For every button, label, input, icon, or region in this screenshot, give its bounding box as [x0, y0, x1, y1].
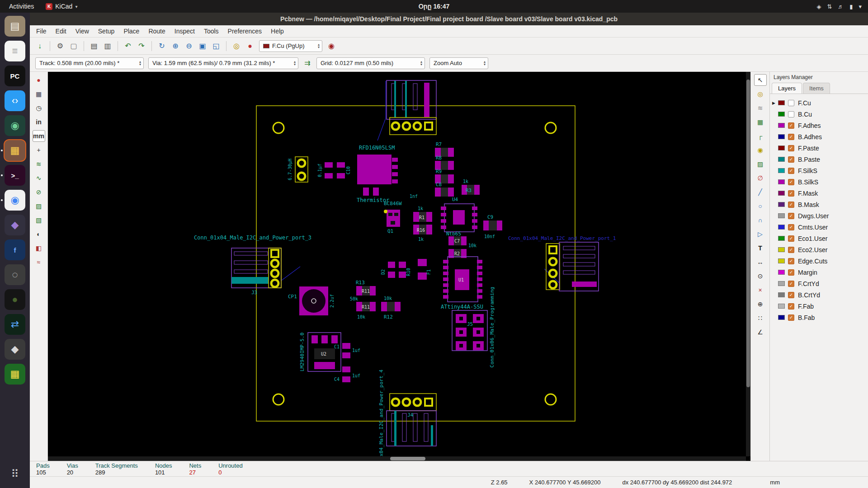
pcb-gate-resistors[interactable]: 1k R1 R16 1k — [413, 206, 432, 242]
horizontal-scrollbar-thumb[interactable] — [390, 457, 425, 460]
clock[interactable]: Օրը 16:47 — [419, 3, 449, 10]
menu-help[interactable]: Help — [266, 26, 288, 36]
layer-color-swatch[interactable] — [778, 100, 785, 105]
via-size-select[interactable]: Via: 1.59 mm (62.5 mils)/ 0.79 mm (31.2 … — [148, 57, 298, 69]
plot-icon[interactable]: ▥ — [101, 40, 114, 52]
add-arc-icon[interactable]: ∩ — [754, 214, 767, 226]
add-keepout-icon[interactable]: ∅ — [754, 172, 767, 184]
layer-visibility-checkbox[interactable]: ✓ — [788, 156, 794, 163]
print-icon[interactable]: ▤ — [88, 40, 100, 52]
layer-visibility-checkbox[interactable]: ✓ — [788, 122, 794, 129]
layer-visibility-checkbox[interactable]: ✓ — [788, 269, 794, 276]
layer-visibility-checkbox[interactable] — [788, 100, 794, 106]
layer-visibility-checkbox[interactable]: ✓ — [788, 303, 794, 310]
pcb-mosfet[interactable]: RFD16N05LSM Thermistor — [357, 145, 398, 203]
tab-items[interactable]: Items — [803, 83, 830, 94]
layer-selector[interactable]: F.Cu (PgUp) ▴▾ — [259, 40, 322, 52]
page-settings-icon[interactable]: ▢ — [67, 40, 80, 52]
layer-row-b-mask[interactable]: ✓B.Mask — [771, 199, 867, 210]
layer-visibility-checkbox[interactable]: ✓ — [788, 168, 794, 174]
layer-visibility-checkbox[interactable]: ✓ — [788, 134, 794, 140]
launcher-pcb-green[interactable]: ▦ — [5, 364, 25, 385]
pcb-cap-cp1[interactable]: CP1 2.2uf — [288, 286, 335, 315]
layer-row-f-paste[interactable]: ✓F.Paste — [771, 142, 867, 154]
layer-color-swatch[interactable] — [778, 202, 785, 207]
cursor-shape-icon[interactable]: + — [33, 144, 45, 156]
launcher-vscode[interactable]: ‹› — [5, 90, 25, 111]
zoom-fit-icon[interactable]: ▣ — [196, 40, 209, 52]
save-icon[interactable]: ↓ — [33, 40, 46, 52]
layers-pair-icon[interactable]: ◧ — [33, 242, 45, 254]
drc-icon[interactable]: ● — [244, 40, 256, 52]
layer-color-swatch[interactable] — [778, 292, 785, 297]
menu-preferences[interactable]: Preferences — [223, 26, 266, 36]
layer-row-f-cu[interactable]: F.Cu — [771, 97, 867, 108]
layer-row-dwgs-user[interactable]: ✓Dwgs.User — [771, 210, 867, 221]
undo-icon[interactable]: ↶ — [122, 40, 134, 52]
ratsnest-show-icon[interactable]: ≋ — [33, 158, 45, 170]
layer-row-b-fab[interactable]: ✓B.Fab — [771, 312, 867, 323]
refresh-view-icon[interactable]: ↻ — [156, 40, 168, 52]
add-footprint-icon[interactable]: ▦ — [754, 116, 767, 128]
layer-row-cmts-user[interactable]: ✓Cmts.User — [771, 221, 867, 233]
layer-row-f-silks[interactable]: ✓F.SilkS — [771, 165, 867, 176]
drc-toggle-icon[interactable]: ● — [33, 74, 45, 86]
layer-color-swatch[interactable] — [778, 236, 785, 241]
zoom-select[interactable]: Zoom Auto ▴▾ — [429, 57, 488, 69]
local-ratsnest-icon[interactable]: ≋ — [754, 102, 767, 114]
activities-button[interactable]: Activities — [6, 2, 37, 11]
zoom-in-icon[interactable]: ⊕ — [169, 40, 182, 52]
pcb-transistor-q1[interactable]: BC846W Q1 — [384, 201, 402, 234]
layer-visibility-checkbox[interactable]: ✓ — [788, 224, 794, 230]
launcher-atom[interactable]: ◉ — [5, 115, 25, 136]
layer-row-eco2-user[interactable]: ✓Eco2.User — [771, 244, 867, 255]
layer-visibility-checkbox[interactable]: ✓ — [788, 145, 794, 151]
grid-toggle-icon[interactable]: ▦ — [33, 88, 45, 100]
launcher-chrome[interactable]: ◉ — [5, 190, 25, 211]
ratsnest-curved-icon[interactable]: ∿ — [33, 172, 45, 184]
launcher-app-f[interactable]: f — [5, 239, 25, 260]
layer-visibility-checkbox[interactable]: ✓ — [788, 247, 794, 253]
pcb-resistor-column[interactable]: R7 R8 R9 C8 1nf 1k R3 — [410, 141, 480, 199]
add-circle-icon[interactable]: ○ — [754, 200, 767, 212]
layer-color-swatch[interactable] — [778, 258, 785, 263]
horizontal-scrollbar[interactable] — [48, 456, 746, 461]
app-menu[interactable]: KiCad ▾ — [46, 3, 77, 10]
zones-show-icon[interactable]: ▨ — [33, 200, 45, 212]
pcb-rc-pair[interactable]: C7 R2 10k — [448, 236, 476, 258]
pcb-input-capacitors[interactable]: 0.1μf C10 — [317, 162, 351, 178]
launcher-pcbnew[interactable]: ▦ — [5, 140, 25, 161]
pcb-connector-j4[interactable]: J4 x04_Male_I2C_and_Power_port_4 — [378, 370, 436, 456]
layer-row-b-silks[interactable]: ✓B.SilkS — [771, 176, 867, 188]
grid-origin-icon[interactable]: ∷ — [754, 312, 767, 324]
pcb-divider-resistors[interactable]: R13 R11 50k R11 10k 10k R12 — [350, 280, 401, 320]
pcb-cap-c9[interactable]: C9 10nf — [483, 214, 502, 239]
route-tracks-icon[interactable]: ┌ — [754, 130, 767, 142]
layer-visibility-checkbox[interactable]: ✓ — [788, 202, 794, 208]
tab-layers[interactable]: Layers — [772, 83, 802, 94]
zones-hide-icon[interactable]: ▧ — [33, 214, 45, 226]
board-outline[interactable] — [256, 106, 575, 421]
add-zone-icon[interactable]: ▨ — [754, 158, 767, 170]
layer-row-b-adhes[interactable]: ✓B.Adhes — [771, 131, 867, 142]
pcb-header-j5[interactable]: J5 Conn_01x06_Male_Programming — [452, 287, 495, 368]
launcher-kicad-pc[interactable]: PC — [5, 66, 25, 86]
layer-visibility-checkbox[interactable]: ✓ — [788, 281, 794, 287]
layer-row-b-cu[interactable]: B.Cu — [771, 108, 867, 120]
spinner-arrows-icon[interactable]: ▴▾ — [484, 61, 486, 66]
indicator-volume-icon[interactable]: ♬ — [838, 3, 844, 10]
update-pcb-icon[interactable]: ◉ — [325, 40, 338, 52]
layer-color-swatch[interactable] — [778, 168, 785, 173]
pcb-editor-canvas[interactable]: J3 Conn_01x04_Male_I2C_and_Power_port_3 — [48, 72, 750, 461]
layer-visibility-checkbox[interactable]: ✓ — [788, 314, 794, 321]
add-text-icon[interactable]: T — [754, 242, 767, 254]
menu-place[interactable]: Place — [119, 26, 144, 36]
pcb-regulator-u2[interactable]: U2 LM2940IMP-5.0 — [299, 333, 341, 371]
launcher-app-diamond[interactable]: ◆ — [5, 215, 25, 235]
menu-setup[interactable]: Setup — [94, 26, 119, 36]
select-icon[interactable]: ↖ — [754, 74, 767, 86]
spinner-arrows-icon[interactable]: ▴▾ — [318, 43, 320, 49]
add-line-icon[interactable]: ╱ — [754, 186, 767, 198]
track-autodelete-icon[interactable]: ⊘ — [33, 186, 45, 198]
layer-visibility-checkbox[interactable] — [788, 111, 794, 117]
